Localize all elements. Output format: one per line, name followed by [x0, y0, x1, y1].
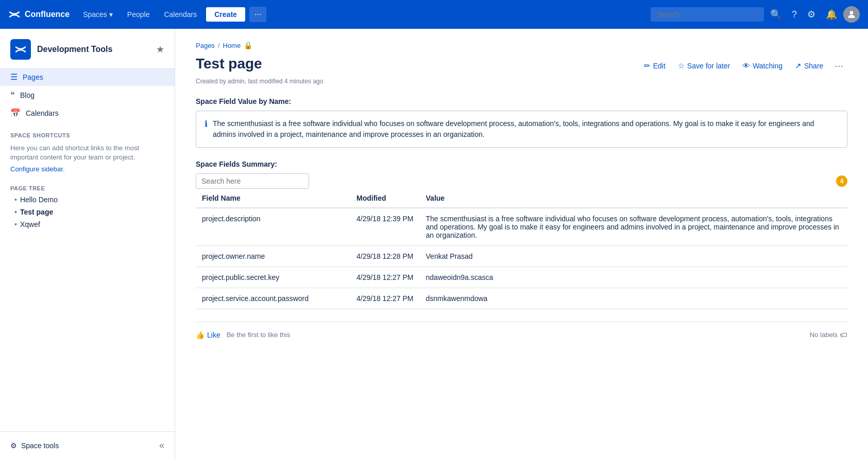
info-box: ℹ The scmenthusiast is a free software i…: [196, 111, 847, 148]
table-row: project.service.account.password4/29/18 …: [196, 288, 847, 309]
sidebar-item-blog[interactable]: ❝ Blog: [0, 86, 175, 104]
space-name: Development Tools: [37, 45, 150, 54]
tree-item-hello-demo[interactable]: Hello Demo: [0, 193, 175, 206]
breadcrumb: Pages / Home 🔒: [196, 41, 847, 49]
logo-text: Confluence: [25, 10, 70, 19]
table-header: Field Name Modified Value: [196, 189, 847, 208]
sidebar: Development Tools ★ ☰ Pages ❝ Blog 📅 Cal…: [0, 29, 175, 459]
fields-table: Field Name Modified Value project.descri…: [196, 189, 847, 309]
blog-label: Blog: [20, 91, 35, 99]
search-input[interactable]: [651, 7, 764, 22]
lock-icon: 🔒: [244, 41, 252, 49]
calendars-label: Calendars: [26, 109, 59, 117]
cell-modified: 4/29/18 12:39 PM: [350, 208, 420, 246]
tree-item-xqwef[interactable]: Xqwef: [0, 218, 175, 231]
sidebar-bottom: ⚙ Space tools «: [0, 431, 175, 459]
app-layout: Development Tools ★ ☰ Pages ❝ Blog 📅 Cal…: [0, 29, 868, 459]
topnav-right: 🔍 ? ⚙ 🔔: [651, 6, 860, 23]
space-tools-button[interactable]: ⚙ Space tools: [10, 442, 59, 450]
th-modified: Modified: [350, 189, 420, 208]
configure-sidebar-link[interactable]: Configure sidebar.: [0, 164, 175, 177]
page-footer: 👍 Like Be the first to like this No labe…: [196, 322, 847, 339]
cell-field-name: project.public.secret.key: [196, 267, 350, 288]
th-field-name: Field Name: [196, 189, 350, 208]
table-badge: 4: [836, 175, 847, 187]
chevron-down-icon: ▾: [109, 10, 113, 19]
page-meta: Created by admin, last modified 4 minute…: [196, 78, 847, 85]
sidebar-collapse-button[interactable]: «: [159, 440, 164, 451]
main-content: Pages / Home 🔒 Test page ✏ Edit ☆ Save f…: [175, 29, 868, 459]
page-tree-title: PAGE TREE: [0, 177, 175, 193]
breadcrumb-separator: /: [218, 42, 220, 49]
breadcrumb-pages-link[interactable]: Pages: [196, 42, 215, 49]
table-body: project.description4/29/18 12:39 PMThe s…: [196, 208, 847, 309]
settings-icon-btn[interactable]: ⚙: [803, 6, 820, 23]
sidebar-item-calendars[interactable]: 📅 Calendars: [0, 104, 175, 122]
cell-modified: 4/29/18 12:28 PM: [350, 246, 420, 267]
page-title: Test page: [196, 56, 639, 72]
page-header-row: Test page ✏ Edit ☆ Save for later 👁 Watc…: [196, 56, 847, 74]
table-search-input[interactable]: [196, 173, 309, 189]
confluence-logo[interactable]: Confluence: [8, 8, 70, 21]
no-labels: No labels 🏷: [810, 330, 847, 339]
more-actions-button[interactable]: ···: [830, 58, 847, 74]
label-icon: 🏷: [840, 330, 847, 339]
watching-button[interactable]: 👁 Watching: [737, 58, 788, 73]
gear-icon: ⚙: [10, 442, 17, 450]
cell-field-name: project.service.account.password: [196, 288, 350, 309]
sidebar-header: Development Tools ★: [0, 29, 175, 66]
tree-item-test-page[interactable]: Test page: [0, 206, 175, 218]
save-for-later-button[interactable]: ☆ Save for later: [673, 58, 735, 74]
cell-value: Venkat Prasad: [420, 246, 847, 267]
cell-field-name: project.description: [196, 208, 350, 246]
cell-value: The scmenthusiast is a free software ind…: [420, 208, 847, 246]
cell-modified: 4/29/18 12:27 PM: [350, 288, 420, 309]
table-row: project.owner.name4/29/18 12:28 PMVenkat…: [196, 246, 847, 267]
create-button[interactable]: Create: [206, 7, 245, 22]
space-logo: [10, 39, 31, 60]
th-value: Value: [420, 189, 847, 208]
sidebar-nav: ☰ Pages ❝ Blog 📅 Calendars: [0, 66, 175, 124]
pages-icon: ☰: [10, 72, 18, 82]
info-icon: ℹ: [205, 119, 208, 140]
edit-icon: ✏: [644, 61, 651, 70]
cell-modified: 4/29/18 12:27 PM: [350, 267, 420, 288]
space-field-value-label: Space Field Value by Name:: [196, 97, 847, 105]
space-fields-summary-label: Space Fields Summary:: [196, 160, 847, 168]
share-button[interactable]: ↗ Share: [790, 58, 828, 74]
cell-field-name: project.owner.name: [196, 246, 350, 267]
edit-button[interactable]: ✏ Edit: [639, 58, 671, 74]
star-icon: ☆: [678, 61, 685, 70]
cell-value: dsnmkawenmdowa: [420, 288, 847, 309]
thumbs-up-icon: 👍: [196, 331, 205, 339]
more-nav-button[interactable]: ···: [249, 7, 266, 22]
page-actions: ✏ Edit ☆ Save for later 👁 Watching ↗ Sha…: [639, 56, 847, 74]
people-nav[interactable]: People: [122, 7, 155, 22]
table-row: project.description4/29/18 12:39 PMThe s…: [196, 208, 847, 246]
cell-value: ndaweoidn9a.scasca: [420, 267, 847, 288]
blog-icon: ❝: [10, 90, 15, 100]
calendars-nav[interactable]: Calendars: [159, 7, 202, 22]
sidebar-item-pages[interactable]: ☰ Pages: [0, 68, 175, 86]
svg-point-0: [850, 11, 854, 14]
top-navigation: Confluence Spaces ▾ People Calendars Cre…: [0, 0, 868, 29]
notifications-icon-btn[interactable]: 🔔: [822, 6, 841, 23]
star-space-button[interactable]: ★: [156, 44, 164, 55]
user-avatar[interactable]: [843, 6, 860, 23]
like-description: Be the first to like this: [227, 331, 291, 339]
calendars-icon: 📅: [10, 108, 21, 118]
pages-label: Pages: [23, 73, 43, 81]
space-shortcuts-title: SPACE SHORTCUTS: [0, 124, 175, 140]
shortcuts-description: Here you can add shortcut links to the m…: [0, 140, 175, 164]
search-row: 4: [196, 173, 847, 189]
eye-icon: 👁: [742, 61, 750, 70]
share-icon: ↗: [795, 61, 802, 70]
info-text: The scmenthusiast is a free software ind…: [213, 118, 839, 140]
like-button[interactable]: 👍 Like: [196, 331, 220, 339]
table-row: project.public.secret.key4/29/18 12:27 P…: [196, 267, 847, 288]
spaces-menu[interactable]: Spaces ▾: [78, 7, 118, 22]
help-icon-btn[interactable]: ?: [788, 6, 801, 23]
search-icon-btn[interactable]: 🔍: [766, 6, 786, 23]
breadcrumb-home-link[interactable]: Home: [223, 42, 241, 49]
